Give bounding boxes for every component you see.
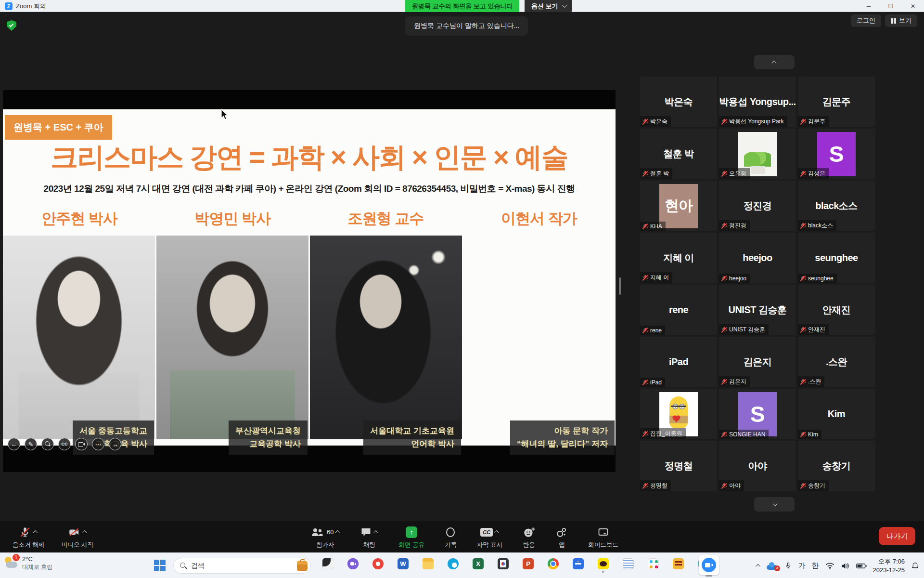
app-icon-notes[interactable] (623, 558, 634, 569)
participant-tile[interactable]: rene rene (640, 285, 717, 335)
app-icon-word[interactable] (398, 558, 409, 569)
participant-tile[interactable]: UNIST 김승훈 UNIST 김승훈 (719, 285, 796, 335)
participant-tile[interactable]: 송창기 송창기 (798, 441, 875, 491)
bell-icon[interactable] (911, 562, 919, 570)
participants-button[interactable]: 60 참가자 (310, 525, 340, 549)
view-options-button[interactable]: 옵션 보기 (525, 0, 572, 12)
participant-tile[interactable]: 집집_이종원 (640, 389, 717, 439)
sidebar-resize-handle[interactable] (619, 277, 621, 295)
gallery-next-page-button[interactable] (754, 497, 795, 512)
apps-button[interactable]: 앱 (555, 525, 568, 549)
participant-tile[interactable]: 김은지 김은지 (719, 337, 796, 387)
participant-tile[interactable]: 김문주 김문주 (798, 77, 875, 127)
app-icon-slack[interactable] (648, 558, 659, 569)
leave-meeting-button[interactable]: 나가기 (879, 527, 915, 545)
participant-tile[interactable]: S 김성은 (798, 129, 875, 179)
taskbar-clock[interactable]: 오후 7:06 2023-12-25 (873, 557, 905, 574)
annot-back-button[interactable]: ← (8, 438, 20, 450)
participant-tile[interactable]: heejoo heejoo (719, 233, 796, 283)
participant-tile[interactable]: 지혜 이 지혜 이 (640, 233, 717, 283)
app-icon-file-explorer[interactable] (423, 558, 434, 569)
annot-cc-button[interactable]: CC (58, 438, 71, 450)
annot-more-button[interactable]: ⋯ (92, 438, 104, 450)
participant-tile[interactable]: 정진경 정진경 (719, 181, 796, 231)
participant-tile[interactable]: 오은정 (719, 129, 796, 179)
reactions-button[interactable]: 반응 (523, 525, 535, 549)
wifi-icon[interactable] (825, 562, 834, 570)
participant-display-name: heejoo (743, 252, 772, 263)
gallery-collapse-button[interactable] (754, 55, 795, 69)
participant-tile[interactable]: Kim Kim (798, 389, 875, 439)
app-icon-opera[interactable] (372, 558, 384, 569)
start-video-button[interactable]: 비디오 시작 (62, 525, 93, 549)
participant-tile[interactable]: 현아 KHA (640, 181, 717, 231)
participant-tile[interactable]: S SONGIE HAN (719, 389, 796, 439)
participant-label: 김은지 (719, 376, 750, 387)
whiteboard-button[interactable]: 화이트보드 (588, 525, 618, 549)
participant-label: KHA (640, 222, 666, 231)
participant-tile[interactable]: black소스 black소스 (798, 181, 875, 231)
minimize-button[interactable]: ─ (858, 0, 880, 12)
app-icon-gold[interactable] (673, 558, 684, 569)
app-icon-kakaotalk[interactable] (598, 558, 609, 569)
participant-tile[interactable]: 안재진 안재진 (798, 285, 875, 335)
mic-muted-icon (642, 275, 648, 281)
security-shield-icon[interactable] (7, 20, 16, 31)
app-icon-video[interactable] (347, 558, 359, 569)
chat-chevron[interactable] (374, 530, 379, 535)
annot-zoom-button[interactable] (41, 438, 54, 450)
participant-tile[interactable]: iPad iPad (640, 337, 717, 387)
mic-options-chevron[interactable] (33, 530, 38, 535)
participant-label: 지혜 이 (640, 272, 672, 283)
participant-tile[interactable]: 철훈 박 철훈 박 (640, 129, 717, 179)
share-screen-button[interactable]: 화면 공유 (398, 525, 424, 549)
tray-mic-icon[interactable] (784, 562, 792, 570)
system-tray: ✕ 가 한 오후 7:06 2023-12-25 (757, 553, 920, 578)
window-titlebar: Zoom 회의 원병묵 교수의 화면을 보고 있습니다 옵션 보기 ─ ☐ ✕ (0, 0, 924, 12)
app-icon-hwp[interactable] (498, 558, 509, 569)
participant-tile[interactable]: 박용섭 Yongsup... 박용섭 Yongsup Park (719, 77, 796, 127)
chat-button[interactable]: 채팅 (360, 525, 378, 549)
speaker-name: 박영민 박사 (156, 209, 309, 229)
participant-tile[interactable]: 정명철 정명철 (640, 441, 717, 491)
mic-muted-icon (642, 380, 648, 386)
view-button[interactable]: 보기 (885, 14, 917, 27)
annot-pencil-button[interactable]: ✎ (25, 438, 37, 450)
volume-icon[interactable] (841, 562, 850, 570)
ime-a-button[interactable]: 가 (798, 561, 806, 570)
app-icon-chrome[interactable] (548, 558, 559, 569)
record-button[interactable]: 기록 (445, 525, 457, 549)
participant-tile[interactable]: .스완 .스완 (798, 337, 875, 387)
start-button[interactable] (154, 560, 166, 571)
captions-button[interactable]: 자막 표시 (477, 525, 502, 549)
cc-icon (480, 528, 493, 537)
close-button[interactable]: ✕ (902, 0, 924, 12)
annot-forward-button[interactable]: → (109, 438, 121, 450)
tray-chevron-up-icon[interactable] (756, 564, 760, 569)
app-icon-powerpoint[interactable] (523, 558, 534, 569)
unmute-button[interactable]: 음소거 해제 (13, 525, 44, 549)
participant-tile[interactable]: 아야 아야 (719, 441, 796, 491)
participants-chevron[interactable] (335, 530, 340, 535)
share-screen-icon (406, 526, 417, 538)
login-button[interactable]: 로그인 (851, 14, 881, 27)
captions-chevron[interactable] (494, 530, 499, 535)
video-options-chevron[interactable] (83, 530, 88, 535)
app-icon-whale-browser[interactable] (448, 558, 459, 569)
app-icon-zoom-active[interactable] (699, 555, 719, 575)
onedrive-icon[interactable]: ✕ (767, 562, 778, 570)
battery-icon[interactable] (856, 563, 867, 569)
app-icon-excel[interactable] (473, 558, 484, 569)
taskbar-search[interactable]: 검색 (173, 558, 311, 574)
participant-tile[interactable]: seunghee seunghee (798, 233, 875, 283)
taskbar-weather-widget[interactable]: 1 2°C 대체로 흐림 (4, 555, 52, 571)
maximize-button[interactable]: ☐ (880, 0, 902, 12)
annot-camera-button[interactable] (75, 438, 88, 450)
ime-han-button[interactable]: 한 (812, 561, 819, 570)
mic-muted-icon (721, 432, 727, 438)
mic-muted-icon (721, 118, 727, 125)
app-icon-dark[interactable] (322, 558, 334, 569)
app-icon-blue-tool[interactable] (573, 558, 584, 569)
participant-tile[interactable]: 박은숙 박은숙 (640, 77, 717, 127)
speaker-name: 안주현 박사 (3, 209, 156, 229)
